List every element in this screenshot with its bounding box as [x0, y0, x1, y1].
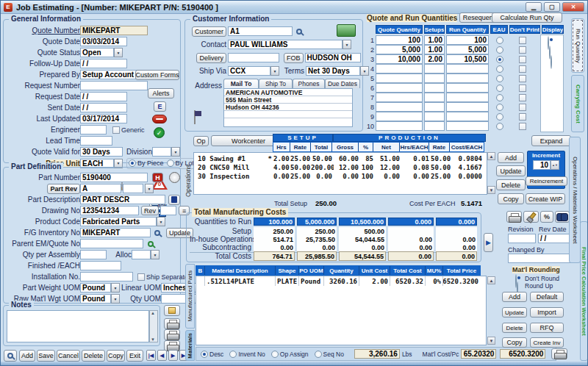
qty-per-assembly-field[interactable] — [80, 250, 107, 259]
invent-no-radio[interactable] — [229, 351, 237, 358]
material-create-inv-button[interactable]: Create Inv — [530, 337, 564, 348]
run-qty-field[interactable]: 100 — [446, 35, 489, 45]
red-status-icon[interactable] — [152, 115, 167, 123]
material-rfq-button[interactable]: RFQ — [530, 323, 564, 333]
setups-field[interactable] — [424, 83, 445, 93]
drawing-no-field[interactable]: 123541234 — [80, 206, 139, 215]
by-lot-radio[interactable] — [167, 159, 174, 167]
desc-radio[interactable] — [201, 351, 208, 358]
setups-field[interactable] — [424, 102, 445, 112]
create-wip-button[interactable]: Create WIP — [526, 193, 565, 204]
customer-search-icon[interactable] — [296, 29, 302, 35]
run-qty-field[interactable] — [446, 93, 489, 102]
materials-table[interactable]: .512L14PLATE PLATE Pound 3260.16 2.00 65… — [196, 276, 487, 345]
run-qty-field[interactable] — [446, 64, 489, 73]
dont-print-checkbox[interactable] — [519, 123, 526, 130]
run-qty-field[interactable]: 5,000 — [446, 45, 489, 54]
by-piece-radio[interactable] — [129, 159, 136, 167]
terms-field[interactable]: Net 30 Days — [306, 66, 360, 76]
display-radio-3[interactable] — [551, 55, 552, 69]
increment-spinner[interactable]: ▲▼ — [551, 160, 559, 170]
part-rev-dropdown[interactable]: ▼ — [145, 184, 154, 193]
scroll-up-icon[interactable]: ▲ — [151, 311, 155, 315]
reincrement-button[interactable]: Reincrement — [526, 176, 567, 186]
fob-field[interactable]: HUDSON OH — [305, 53, 361, 62]
op-assign-radio[interactable] — [271, 351, 279, 358]
sent-date-field[interactable]: / / — [80, 103, 127, 112]
save-button[interactable]: Save — [37, 350, 55, 362]
tab-mail-to[interactable]: Mail To — [223, 79, 259, 88]
notes-textarea[interactable] — [7, 310, 149, 342]
dont-print-checkbox[interactable] — [519, 104, 526, 111]
previous-record-icon[interactable]: ◀ — [157, 350, 167, 361]
tmc-next-columns-button[interactable]: ▶ — [484, 233, 493, 252]
quote-qty-field[interactable] — [376, 73, 423, 83]
fg-inventory-search-icon[interactable] — [154, 230, 160, 236]
engineer-field[interactable] — [80, 125, 107, 134]
dont-print-checkbox[interactable] — [519, 113, 526, 121]
expand-button[interactable]: Expand — [531, 135, 571, 146]
run-qty-field[interactable] — [446, 112, 489, 121]
run-qty-field[interactable] — [446, 83, 489, 93]
tab-final-price-calculation-worksheet[interactable]: Final Price Calculation Worksheet — [580, 221, 588, 361]
run-qty-field[interactable] — [446, 73, 489, 83]
maximize-button[interactable]: ▢ — [544, 2, 560, 12]
material-copy-button[interactable]: Copy — [502, 337, 527, 348]
contact-dropdown[interactable]: ▼ — [343, 40, 351, 49]
quote-valid-field[interactable]: 30 Days — [80, 147, 123, 157]
customer-button[interactable]: Customer — [192, 26, 226, 37]
quote-date-field[interactable]: 03/03/2014 — [80, 37, 127, 46]
quote-qty-field[interactable]: 100 — [376, 35, 423, 45]
ship-via-dropdown[interactable]: ▼ — [270, 66, 279, 76]
minimize-button[interactable]: ▁ — [526, 2, 542, 12]
parent-em-search-icon[interactable] — [148, 241, 154, 247]
division-dropdown[interactable]: ▼ — [171, 147, 180, 157]
add-button[interactable]: Add — [19, 350, 35, 362]
quote-qty-field[interactable] — [376, 112, 423, 121]
quote-qty-field[interactable]: 5,000 — [376, 45, 423, 54]
exit-button[interactable]: Exit — [126, 350, 143, 362]
ops-delete-button[interactable]: Delete — [496, 179, 526, 190]
tab-ship-to[interactable]: Ship To — [259, 79, 293, 88]
request-number-field[interactable] — [80, 81, 148, 90]
material-delete-button[interactable]: Delete — [502, 323, 527, 333]
next-record-icon[interactable]: ▶ — [168, 350, 178, 361]
drawing-rev-field[interactable] — [160, 206, 176, 215]
setups-field[interactable]: 1.00 — [424, 45, 445, 54]
dont-print-checkbox[interactable] — [519, 65, 526, 73]
quote-status-field[interactable]: Open — [80, 48, 114, 57]
tab-operations-materials-worksheet[interactable]: Operations / Materials Worksheet — [569, 137, 581, 263]
setups-field[interactable] — [424, 73, 445, 83]
quote-qty-field[interactable] — [376, 93, 423, 102]
eau-radio[interactable] — [496, 46, 503, 54]
division-field[interactable] — [152, 147, 171, 157]
e-button[interactable]: E — [154, 101, 166, 112]
close-button[interactable]: ✕ — [562, 2, 584, 12]
tab-run-quantity[interactable]: Run Quantity — [571, 18, 584, 73]
green-check-icon[interactable]: ✓ — [154, 127, 165, 138]
circle-icon[interactable] — [169, 172, 180, 183]
delivery-field[interactable] — [228, 53, 279, 62]
cancel-button[interactable]: Cancel — [57, 350, 80, 362]
follow-up-date-field[interactable]: / / — [80, 59, 127, 68]
generic-checkbox[interactable] — [112, 126, 120, 134]
dont-print-checkbox[interactable] — [519, 46, 526, 54]
changed-by-field[interactable] — [508, 254, 572, 263]
print-icon-2[interactable] — [164, 329, 180, 340]
ops-scroll-down-icon[interactable]: ▼ — [487, 186, 495, 194]
eau-radio[interactable] — [496, 113, 503, 121]
operations-table[interactable]: 10 Sawing #1*2.0025.0050.0060.008551.000… — [193, 152, 487, 195]
ship-via-field[interactable]: CCX — [228, 66, 270, 76]
eau-radio[interactable] — [496, 56, 503, 63]
lead-time-field[interactable] — [80, 136, 112, 146]
parent-em-field[interactable] — [80, 239, 143, 248]
print-icon-1[interactable] — [164, 318, 180, 329]
cleanup-brush-icon[interactable] — [523, 211, 539, 223]
contact-field[interactable]: PAUL WILLIAMS — [228, 40, 343, 49]
eau-radio[interactable] — [496, 37, 503, 44]
installation-no-field[interactable] — [80, 272, 133, 281]
delete-button[interactable]: Delete — [82, 350, 105, 362]
setups-field[interactable] — [424, 64, 445, 73]
part-rev-field[interactable]: A — [80, 184, 121, 193]
ship-separately-checkbox[interactable] — [137, 273, 145, 281]
